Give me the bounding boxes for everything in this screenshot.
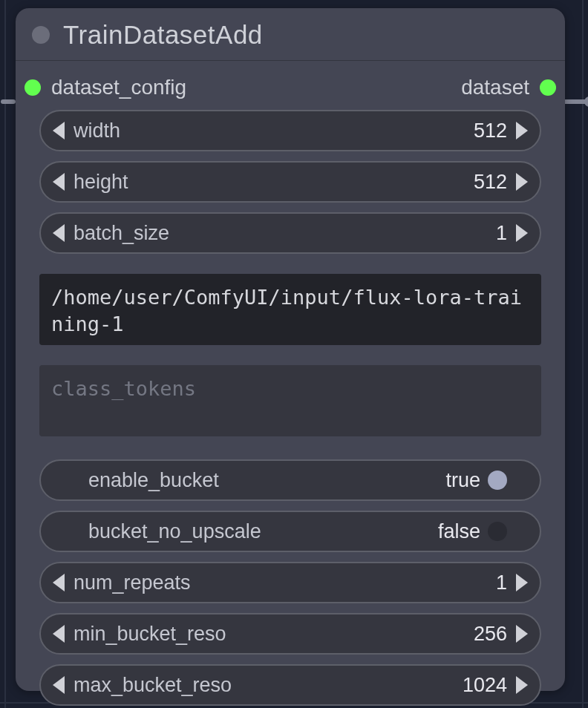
node-collapse-dot-icon[interactable] [32, 26, 50, 44]
widget-value[interactable]: 512 [474, 119, 507, 142]
input-port-label: dataset_config [51, 76, 186, 99]
widget-value: false [438, 520, 480, 543]
widget-max-bucket-reso[interactable]: max_bucket_reso 1024 [39, 664, 541, 706]
widget-class-tokens[interactable]: class_tokens [39, 365, 541, 436]
port-dot-icon[interactable] [540, 79, 556, 96]
widget-enable-bucket[interactable]: enable_bucket true [39, 459, 541, 501]
widget-value[interactable]: 256 [474, 623, 507, 646]
decrement-arrow-icon[interactable] [53, 224, 65, 242]
decrement-arrow-icon[interactable] [53, 173, 65, 191]
widget-label: enable_bucket [88, 469, 219, 492]
increment-arrow-icon[interactable] [516, 625, 528, 643]
widget-value[interactable]: 1024 [463, 674, 507, 697]
decrement-arrow-icon[interactable] [53, 574, 65, 591]
decrement-arrow-icon[interactable] [53, 122, 65, 140]
widget-height[interactable]: height 512 [39, 161, 541, 203]
output-port-label: dataset [461, 76, 529, 99]
decrement-arrow-icon[interactable] [53, 676, 65, 694]
toggle-on-icon[interactable] [488, 471, 507, 490]
input-port-dataset-config[interactable]: dataset_config [24, 76, 186, 99]
widget-value[interactable]: 512 [474, 171, 507, 194]
widget-bucket-no-upscale[interactable]: bucket_no_upscale false [39, 511, 541, 552]
widget-dataset-path[interactable]: /home/user/ComfyUI/input/flux-lora-train… [39, 274, 541, 345]
toggle-off-icon[interactable] [488, 522, 507, 541]
widget-value[interactable]: 1 [496, 571, 507, 594]
widget-value[interactable]: 1 [496, 222, 507, 245]
widget-label: num_repeats [74, 571, 191, 594]
port-dot-icon[interactable] [24, 79, 41, 96]
widget-label: max_bucket_reso [74, 674, 232, 697]
widget-width[interactable]: width 512 [39, 110, 541, 151]
increment-arrow-icon[interactable] [516, 676, 528, 694]
widget-label: bucket_no_upscale [88, 520, 261, 543]
increment-arrow-icon[interactable] [516, 574, 528, 591]
node-train-dataset-add[interactable]: TrainDatasetAdd dataset_config dataset w… [16, 8, 565, 691]
class-tokens-placeholder: class_tokens [51, 377, 196, 400]
node-title-bar[interactable]: TrainDatasetAdd [16, 8, 565, 61]
node-ports: dataset_config dataset [16, 65, 565, 110]
widget-label: height [74, 171, 128, 194]
widget-label: width [74, 119, 120, 142]
increment-arrow-icon[interactable] [516, 173, 528, 191]
output-port-dataset[interactable]: dataset [461, 76, 556, 99]
node-title: TrainDatasetAdd [63, 20, 263, 50]
decrement-arrow-icon[interactable] [53, 625, 65, 643]
increment-arrow-icon[interactable] [516, 122, 528, 140]
increment-arrow-icon[interactable] [516, 224, 528, 242]
widget-label: min_bucket_reso [74, 623, 226, 646]
widget-min-bucket-reso[interactable]: min_bucket_reso 256 [39, 613, 541, 655]
path-value: /home/user/ComfyUI/input/flux-lora-train… [51, 286, 522, 335]
widget-batch-size[interactable]: batch_size 1 [39, 212, 541, 254]
widget-num-repeats[interactable]: num_repeats 1 [39, 562, 541, 603]
widget-label: batch_size [74, 222, 169, 245]
widget-value: true [445, 469, 480, 492]
